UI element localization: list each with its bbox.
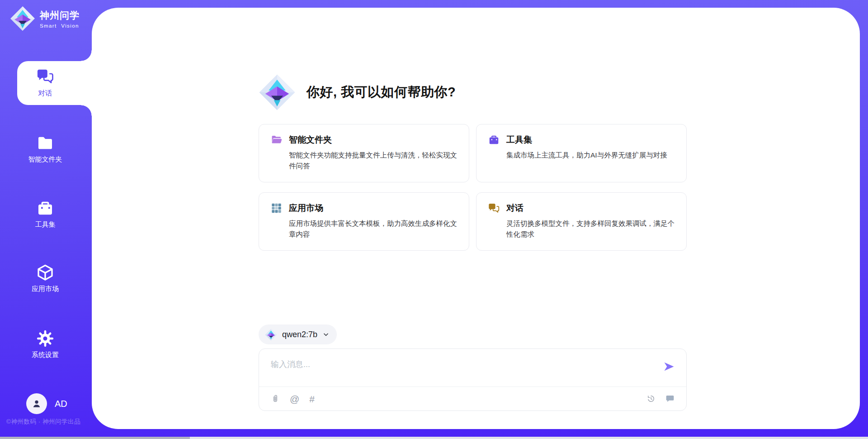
chevron-down-icon	[322, 331, 330, 338]
paperclip-icon	[271, 394, 280, 403]
history-button[interactable]	[646, 394, 656, 403]
card-smart-folder[interactable]: 智能文件夹 智能文件夹功能支持批量文件上传与清洗，轻松实现文件问答	[259, 124, 469, 182]
card-title: 对话	[506, 202, 524, 214]
brand-text: 神州问学 Smart Vision	[40, 9, 80, 29]
card-description: 集成市场上主流工具，助力AI与外界无缝扩展与对接	[506, 150, 675, 161]
toolbar-left: @ #	[271, 394, 315, 404]
send-button[interactable]	[663, 360, 675, 373]
user-account[interactable]: AD	[26, 393, 67, 414]
sidebar-item-toolkit[interactable]: 工具集	[0, 199, 90, 229]
brand: 神州问学 Smart Vision	[10, 6, 80, 31]
hash-icon: #	[309, 394, 315, 404]
user-name: AD	[55, 399, 67, 409]
card-description: 应用市场提供丰富长文本模板，助力高效生成多样化文章内容	[289, 218, 458, 240]
greeting: 你好, 我可以如何帮助你?	[259, 74, 456, 111]
sidebar-footer: ©神州数码 · 神州问学出品	[6, 418, 80, 426]
folder-icon	[36, 134, 54, 152]
greeting-title: 你好, 我可以如何帮助你?	[307, 83, 456, 101]
card-description: 智能文件夹功能支持批量文件上传与清洗，轻松实现文件问答	[289, 150, 458, 172]
send-icon	[663, 360, 675, 373]
card-chat[interactable]: 对话 灵活切换多模型文件，支持多样回复效果调试，满足个性化需求	[476, 192, 687, 251]
sidebar-item-smart-folder[interactable]: 智能文件夹	[0, 134, 90, 164]
person-icon	[31, 398, 42, 410]
chat-bubble-icon	[665, 394, 675, 403]
brand-subtitle: Smart Vision	[40, 23, 80, 29]
card-title: 工具集	[506, 134, 532, 146]
toolbox-icon	[36, 199, 54, 217]
sidebar-item-label: 工具集	[35, 220, 56, 229]
horizontal-scrollbar[interactable]	[0, 437, 868, 439]
at-icon: @	[290, 394, 299, 404]
grid-icon	[270, 202, 283, 214]
toolbar-right	[646, 394, 675, 403]
card-header: 对话	[488, 202, 675, 214]
card-header: 智能文件夹	[270, 134, 458, 146]
feature-cards: 智能文件夹 智能文件夹功能支持批量文件上传与清洗，轻松实现文件问答 工具集 集成…	[259, 124, 687, 251]
main-content-panel: 你好, 我可以如何帮助你? 智能文件夹 智能文件夹功能支持批量文件上传与清洗，轻…	[92, 8, 860, 429]
chat-icon	[488, 202, 500, 214]
mention-button[interactable]: @	[290, 394, 299, 404]
tab-fillet-bottom	[81, 105, 92, 116]
history-icon	[646, 394, 656, 403]
topic-button[interactable]: #	[309, 394, 315, 404]
avatar	[26, 393, 47, 414]
brand-name: 神州问学	[40, 9, 80, 22]
attach-file-button[interactable]	[271, 394, 280, 403]
composer-toolbar: @ #	[259, 387, 686, 410]
card-toolkit[interactable]: 工具集 集成市场上主流工具，助力AI与外界无缝扩展与对接	[476, 124, 687, 182]
horizontal-scrollbar-thumb[interactable]	[0, 437, 190, 439]
gear-icon	[36, 329, 54, 348]
card-title: 智能文件夹	[289, 134, 332, 146]
card-app-market[interactable]: 应用市场 应用市场提供丰富长文本模板，助力高效生成多样化文章内容	[259, 192, 469, 251]
sidebar-item-label: 系统设置	[32, 351, 59, 359]
sidebar-item-label: 智能文件夹	[28, 155, 62, 164]
gem-icon	[259, 74, 296, 111]
gem-logo-icon	[10, 6, 35, 31]
sidebar-item-chat[interactable]: 对话	[17, 61, 95, 105]
tab-fillet-top	[81, 50, 92, 61]
card-title: 应用市场	[289, 202, 323, 214]
card-header: 工具集	[488, 134, 675, 146]
model-selector[interactable]: qwen2:7b	[259, 324, 337, 344]
card-description: 灵活切换多模型文件，支持多样回复效果调试，满足个性化需求	[506, 218, 675, 240]
chat-icon	[36, 68, 55, 85]
toolbox-icon	[488, 134, 500, 146]
card-header: 应用市场	[270, 202, 458, 214]
new-chat-button[interactable]	[665, 394, 675, 403]
sidebar-item-label: 应用市场	[32, 285, 59, 293]
message-input[interactable]	[271, 358, 646, 371]
message-composer: @ #	[259, 348, 687, 411]
folder-open-icon	[270, 134, 283, 146]
gem-icon	[265, 329, 277, 341]
model-name: qwen2:7b	[282, 330, 317, 339]
sidebar-item-label: 对话	[38, 89, 52, 98]
sidebar-item-settings[interactable]: 系统设置	[0, 329, 90, 359]
sidebar-item-app-market[interactable]: 应用市场	[0, 263, 90, 293]
cube-icon	[36, 263, 54, 282]
